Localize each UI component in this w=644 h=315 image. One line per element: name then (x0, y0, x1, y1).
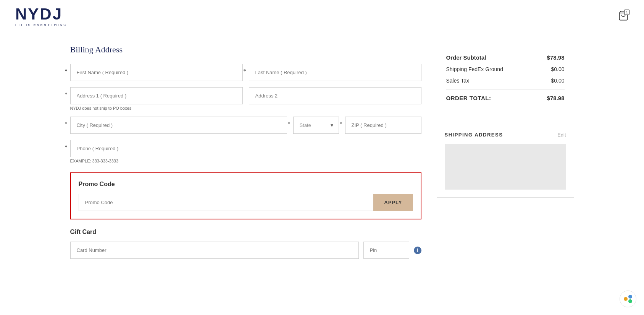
zip-group: * (345, 117, 421, 134)
address2-input[interactable] (249, 87, 421, 104)
phone-row: * EXAMPLE: 333-333-3333 (70, 140, 421, 163)
logo: NYDJ FIT IS EVERYTHING (15, 6, 67, 27)
address1-required-star: * (65, 92, 68, 98)
phone-input[interactable] (70, 140, 219, 157)
cart-count: 1 (624, 10, 629, 15)
subtotal-value: $78.98 (547, 54, 565, 61)
logo-tagline: FIT IS EVERYTHING (15, 23, 67, 27)
main-layout: Billing Address * * * NYDJ does not ship… (55, 33, 589, 266)
tax-label: Sales Tax (446, 78, 469, 84)
site-header: NYDJ FIT IS EVERYTHING 1 (0, 0, 644, 33)
edit-shipping-link[interactable]: Edit (557, 132, 566, 138)
order-summary-box: Order Subtotal $78.98 Shipping FedEx Gro… (437, 45, 574, 116)
last-name-group: * (249, 64, 421, 81)
tax-value: $0.00 (551, 78, 564, 84)
gift-card-title: Gift Card (70, 229, 421, 235)
shipping-address-title: SHIPPING ADDRESS (445, 132, 503, 138)
address-row: * NYDJ does not ship to PO boxes (70, 87, 421, 110)
sidebar: Order Subtotal $78.98 Shipping FedEx Gro… (437, 41, 574, 259)
form-area: Billing Address * * * NYDJ does not ship… (70, 41, 421, 259)
tax-row: Sales Tax $0.00 (446, 78, 565, 84)
total-label: ORDER TOTAL: (446, 95, 491, 101)
gift-card-row: i (70, 242, 421, 259)
shipping-address-box: SHIPPING ADDRESS Edit (437, 124, 574, 198)
zip-input[interactable] (345, 117, 421, 134)
shipping-address-content (445, 144, 566, 190)
card-number-input[interactable] (70, 242, 359, 259)
cart-button[interactable]: 1 (618, 10, 629, 23)
total-row: ORDER TOTAL: $78.98 (446, 95, 565, 101)
phone-group: * EXAMPLE: 333-333-3333 (70, 140, 219, 163)
apply-promo-button[interactable]: APPLY (373, 194, 413, 211)
first-name-input[interactable] (70, 64, 243, 81)
state-group: * State AL AK AZ CA CO FL NY TX ▼ (293, 117, 339, 134)
promo-title: Promo Code (79, 181, 413, 188)
last-name-input[interactable] (249, 64, 421, 81)
state-required-star: * (288, 121, 291, 127)
address1-input[interactable] (70, 87, 243, 104)
promo-section: Promo Code APPLY (70, 172, 421, 219)
total-value: $78.98 (547, 95, 565, 101)
phone-hint: EXAMPLE: 333-333-3333 (70, 159, 219, 163)
zip-required-star: * (340, 121, 342, 127)
phone-required-star: * (65, 145, 68, 151)
promo-input[interactable] (79, 194, 374, 211)
promo-row: APPLY (79, 194, 413, 211)
city-group: * (70, 117, 287, 134)
billing-title: Billing Address (70, 45, 421, 55)
summary-divider (446, 89, 565, 89)
shipping-row: Shipping FedEx Ground $0.00 (446, 66, 565, 72)
info-icon[interactable]: i (414, 247, 421, 254)
address1-group: * NYDJ does not ship to PO boxes (70, 87, 243, 110)
address2-group (249, 87, 421, 104)
city-required-star: * (65, 121, 68, 127)
city-input[interactable] (70, 117, 287, 134)
name-row: * * (70, 64, 421, 81)
subtotal-row: Order Subtotal $78.98 (446, 54, 565, 61)
shipping-header: SHIPPING ADDRESS Edit (445, 132, 566, 138)
subtotal-label: Order Subtotal (446, 54, 486, 61)
shipping-value: $0.00 (551, 66, 564, 72)
pin-input[interactable] (363, 242, 409, 259)
logo-text: NYDJ (15, 6, 63, 22)
gift-card-section: Gift Card i (70, 229, 421, 259)
first-name-group: * (70, 64, 243, 81)
state-select[interactable]: State AL AK AZ CA CO FL NY TX (293, 117, 339, 134)
city-state-zip-row: * * State AL AK AZ CA CO FL NY TX ▼ (70, 117, 421, 134)
shipping-label: Shipping FedEx Ground (446, 66, 503, 72)
first-name-required-star: * (65, 68, 68, 75)
po-box-hint: NYDJ does not ship to PO boxes (70, 106, 243, 110)
last-name-required-star: * (244, 68, 246, 75)
